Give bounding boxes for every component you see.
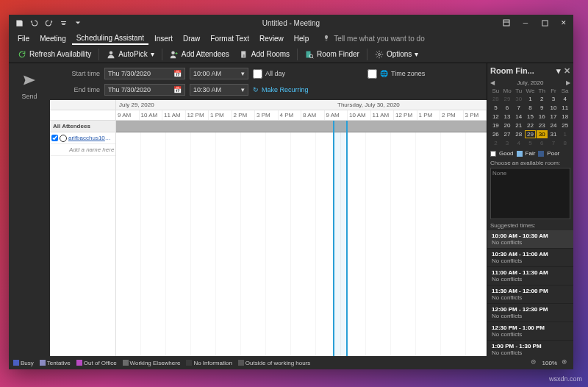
calendar-day[interactable]: 4 bbox=[559, 95, 570, 103]
send-button[interactable] bbox=[16, 71, 43, 90]
options-button[interactable]: Options ▾ bbox=[370, 49, 423, 60]
ribbon-display-icon[interactable] bbox=[497, 15, 516, 31]
tab-format-text[interactable]: Format Text bbox=[206, 33, 254, 44]
qat-save-icon[interactable] bbox=[13, 17, 25, 29]
suggested-time-item[interactable]: 1:00 PM - 1:30 PMNo conflicts bbox=[487, 341, 573, 356]
tab-review[interactable]: Review bbox=[255, 33, 288, 44]
calendar-day[interactable]: 30 bbox=[513, 95, 524, 103]
calendar-day[interactable]: 24 bbox=[548, 121, 559, 129]
tab-insert[interactable]: Insert bbox=[150, 33, 177, 44]
qat-redo-icon[interactable] bbox=[43, 17, 54, 29]
app-window: Untitled - Meeting ─ ✕ File Meeting Sche… bbox=[9, 15, 573, 369]
prev-month-button[interactable]: ◀ bbox=[490, 79, 495, 86]
calendar-day[interactable]: 29 bbox=[525, 130, 536, 138]
tab-scheduling-assistant[interactable]: Scheduling Assistant bbox=[72, 32, 148, 45]
calendar-day[interactable]: 22 bbox=[525, 121, 536, 129]
start-time-input[interactable]: 10:00 AM▾ bbox=[190, 68, 248, 79]
time-grid-canvas[interactable] bbox=[116, 121, 487, 356]
start-date-input[interactable]: Thu 7/30/2020📅 bbox=[104, 68, 185, 79]
tab-draw[interactable]: Draw bbox=[179, 33, 204, 44]
attendee-name-link[interactable]: arifbacchus10@live. bbox=[68, 135, 115, 141]
zoom-out-icon[interactable] bbox=[531, 359, 538, 366]
end-time-input[interactable]: 10:30 AM▾ bbox=[190, 84, 248, 96]
calendar-day[interactable]: 8 bbox=[525, 104, 536, 112]
pane-close-icon[interactable]: ✕ bbox=[564, 66, 570, 76]
calendar-day[interactable]: 17 bbox=[548, 113, 559, 121]
calendar-day[interactable]: 7 bbox=[513, 104, 524, 112]
make-recurring-button[interactable]: ↻ Make Recurring bbox=[253, 86, 470, 93]
add-attendees-label: Add Attendees bbox=[182, 50, 229, 58]
hour-label: 3 PM bbox=[255, 110, 279, 120]
add-attendee-row[interactable]: Add a name here bbox=[50, 144, 115, 156]
calendar-day[interactable]: 2 bbox=[537, 95, 548, 103]
calendar-day[interactable]: 14 bbox=[513, 113, 524, 121]
calendar-day[interactable]: 9 bbox=[537, 104, 548, 112]
suggested-time-item[interactable]: 11:00 AM - 11:30 AMNo conflicts bbox=[487, 267, 573, 285]
calendar-day[interactable]: 26 bbox=[490, 130, 501, 138]
suggested-time-item[interactable]: 10:00 AM - 10:30 AMNo conflicts bbox=[487, 230, 573, 249]
attendee-required-checkbox[interactable] bbox=[51, 135, 58, 141]
add-rooms-button[interactable]: Add Rooms bbox=[235, 49, 294, 60]
calendar-day[interactable]: 16 bbox=[537, 113, 548, 121]
calendar-day[interactable]: 10 bbox=[548, 104, 559, 112]
refresh-availability-button[interactable]: Refresh Availability bbox=[13, 49, 96, 60]
room-finder-button[interactable]: Room Finder bbox=[301, 49, 364, 60]
minimize-button[interactable]: ─ bbox=[516, 15, 535, 31]
calendar-day[interactable]: 3 bbox=[502, 139, 513, 147]
tell-me-search[interactable]: Tell me what you want to do bbox=[322, 34, 424, 43]
tab-help[interactable]: Help bbox=[290, 33, 314, 44]
calendar-day[interactable]: 27 bbox=[502, 130, 513, 138]
calendar-day[interactable]: 12 bbox=[490, 113, 501, 121]
calendar-day[interactable]: 1 bbox=[559, 130, 570, 138]
calendar-day[interactable]: 25 bbox=[559, 121, 570, 129]
next-month-button[interactable]: ▶ bbox=[566, 79, 570, 86]
calendar-day[interactable]: 19 bbox=[490, 121, 501, 129]
maximize-button[interactable] bbox=[535, 15, 554, 31]
calendar-day[interactable]: 15 bbox=[525, 113, 536, 121]
calendar-day[interactable]: 4 bbox=[513, 139, 524, 147]
qat-undo-icon[interactable] bbox=[28, 17, 40, 29]
calendar-day[interactable]: 28 bbox=[490, 95, 501, 103]
calendar-day[interactable]: 2 bbox=[490, 139, 501, 147]
suggested-time-item[interactable]: 10:30 AM - 11:00 AMNo conflicts bbox=[487, 249, 573, 267]
hour-label: 9 AM bbox=[116, 110, 140, 120]
calendar-day[interactable]: 30 bbox=[537, 130, 548, 138]
tab-meeting[interactable]: Meeting bbox=[35, 33, 71, 44]
suggested-time-item[interactable]: 12:00 PM - 12:30 PMNo conflicts bbox=[487, 304, 573, 322]
calendar-day[interactable]: 21 bbox=[513, 121, 524, 129]
zoom-in-icon[interactable] bbox=[562, 359, 569, 366]
calendar-day[interactable]: 3 bbox=[548, 95, 559, 103]
all-day-checkbox[interactable]: All day bbox=[253, 69, 363, 79]
calendar-day[interactable]: 18 bbox=[559, 113, 570, 121]
calendar-day[interactable]: 20 bbox=[502, 121, 513, 129]
autopick-button[interactable]: AutoPick ▾ bbox=[102, 49, 158, 60]
calendar-day[interactable]: 28 bbox=[513, 130, 524, 138]
close-button[interactable]: ✕ bbox=[554, 15, 573, 31]
pane-options-icon[interactable]: ▾ bbox=[556, 66, 561, 76]
hour-label: 10 AM bbox=[140, 110, 163, 120]
calendar-day[interactable]: 13 bbox=[502, 113, 513, 121]
calendar-day[interactable]: 6 bbox=[537, 139, 548, 147]
calendar-day[interactable]: 5 bbox=[525, 139, 536, 147]
add-attendees-button[interactable]: Add Attendees bbox=[165, 49, 234, 60]
calendar-day[interactable]: 29 bbox=[502, 95, 513, 103]
hour-label: 12 PM bbox=[186, 110, 209, 120]
suggested-time-item[interactable]: 11:30 AM - 12:00 PMNo conflicts bbox=[487, 285, 573, 304]
suggested-time-item[interactable]: 12:30 PM - 1:00 PMNo conflicts bbox=[487, 322, 573, 341]
calendar-day[interactable]: 11 bbox=[559, 104, 570, 112]
qat-more-icon[interactable] bbox=[57, 17, 69, 29]
calendar-day[interactable]: 31 bbox=[548, 130, 559, 138]
calendar-day[interactable]: 7 bbox=[548, 139, 559, 147]
end-date-input[interactable]: Thu 7/30/2020📅 bbox=[104, 84, 185, 96]
qat-dropdown-icon[interactable] bbox=[72, 17, 84, 29]
calendar-day[interactable]: 23 bbox=[537, 121, 548, 129]
calendar-day[interactable]: 1 bbox=[525, 95, 536, 103]
tab-file[interactable]: File bbox=[13, 33, 34, 44]
chevron-down-icon: ▾ bbox=[151, 50, 154, 58]
time-selection-bar[interactable] bbox=[333, 121, 348, 356]
calendar-day[interactable]: 6 bbox=[502, 104, 513, 112]
calendar-day[interactable]: 5 bbox=[490, 104, 501, 112]
calendar-day[interactable]: 8 bbox=[559, 139, 570, 147]
time-zones-checkbox[interactable]: 🌐Time zones bbox=[368, 69, 470, 79]
available-rooms-list[interactable]: None bbox=[490, 168, 570, 219]
